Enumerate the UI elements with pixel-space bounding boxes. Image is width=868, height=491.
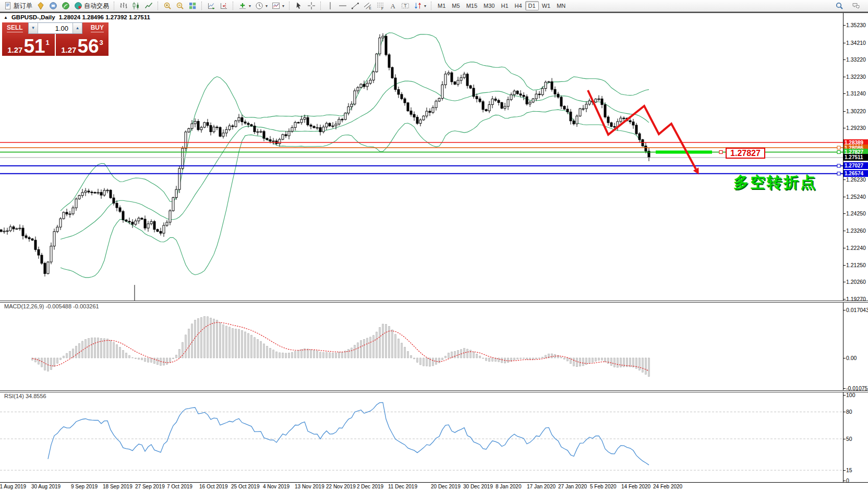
macd-axis-tick <box>843 388 846 389</box>
channel-button[interactable]: E <box>361 1 374 11</box>
toolbar: 新订单自动交易▾▾▾EFAT▾M1M5M15M30H1H4D1W1MN <box>0 0 868 12</box>
fibonacci-button[interactable]: F <box>374 1 387 11</box>
price-level-label: 1.26574 <box>843 170 868 177</box>
timeframe-m15-button[interactable]: M15 <box>463 1 480 10</box>
price-tag-label[interactable]: 1.27827 <box>726 148 765 159</box>
timeframe-h4-button[interactable]: H4 <box>512 1 525 10</box>
date-axis-label: 4 Nov 2019 <box>263 484 290 489</box>
zoom-in-button[interactable] <box>161 1 174 11</box>
zoom-out-button[interactable] <box>174 1 186 11</box>
templates-button[interactable]: ▾ <box>270 1 286 11</box>
new-order-button[interactable]: 新订单 <box>2 1 34 11</box>
arrows-button[interactable]: ▾ <box>412 1 428 11</box>
toolbar-separator <box>233 2 234 10</box>
price-axis-tick-label: 1.29230 <box>846 125 866 131</box>
mt4-window: 新订单自动交易▾▾▾EFAT▾M1M5M15M30H1H4D1W1MN ▲ GB… <box>0 0 868 491</box>
autotrading-button[interactable]: 自动交易 <box>72 1 111 11</box>
price-axis-tick <box>843 231 846 231</box>
rsi-axis-tick-label: 0 <box>846 477 849 484</box>
horizontal-line-button[interactable] <box>336 1 349 11</box>
volume-increase-button[interactable]: ▴ <box>73 23 82 33</box>
timeframe-m30-button[interactable]: M30 <box>480 1 498 10</box>
date-axis-label: 30 Aug 2019 <box>31 484 61 489</box>
toolbar-group: EFAT▾ <box>324 0 428 11</box>
macd-axis-tick-label: 0.00 <box>846 355 857 361</box>
chart-shift-button[interactable] <box>218 1 230 11</box>
timeframe-mn-button[interactable]: MN <box>553 1 569 10</box>
rsi-axis-tick-label: 100 <box>846 392 855 398</box>
terminal-button[interactable] <box>47 1 59 11</box>
auto-scroll-button[interactable] <box>205 1 218 11</box>
price-axis-tick <box>843 77 846 77</box>
price-axis-tick-label: 1.23260 <box>846 227 866 234</box>
timeframe-d1-button[interactable]: D1 <box>525 1 539 10</box>
date-axis-label: 11 Dec 2019 <box>388 484 417 489</box>
caret-down-icon: ▾ <box>266 4 268 8</box>
autotrading-button-label: 自动交易 <box>84 2 109 10</box>
tile-icon <box>188 2 197 10</box>
caret-down-icon: ▾ <box>424 4 426 8</box>
date-axis-label: 2 Dec 2019 <box>357 484 383 489</box>
date-axis-label: 27 Sep 2019 <box>135 484 165 489</box>
price-axis-tick-label: 1.25240 <box>846 194 866 200</box>
svg-text:E: E <box>369 6 372 10</box>
bar-chart-button[interactable] <box>117 1 130 11</box>
date-axis-label: 20 Dec 2019 <box>431 484 461 489</box>
chat-icon <box>852 2 860 10</box>
rsi-axis-tick <box>843 481 846 481</box>
cursor-icon <box>295 2 303 10</box>
date-axis-label: 16 Oct 2019 <box>199 484 227 489</box>
text-label-button[interactable]: T <box>399 1 412 11</box>
macd-axis-tick <box>843 310 846 310</box>
crosshair-icon <box>307 2 316 10</box>
trendline-button[interactable] <box>349 1 361 11</box>
bars-icon <box>119 2 128 10</box>
terminal-icon <box>49 2 57 10</box>
price-axis-tick <box>843 213 846 214</box>
chat-button[interactable] <box>850 1 862 11</box>
date-axis-label: 30 Dec 2019 <box>463 484 493 489</box>
timeframe-m5-button[interactable]: M5 <box>449 1 463 10</box>
timeframe-w1-button[interactable]: W1 <box>539 1 554 10</box>
date-axis-label: 17 Jan 2020 <box>527 484 556 489</box>
macd-axis-tick-label: 0.017043 <box>846 307 868 313</box>
collapse-icon[interactable]: ▲ <box>4 15 8 20</box>
signals-button[interactable] <box>59 1 72 11</box>
line-chart-button[interactable] <box>142 1 155 11</box>
svg-text:F: F <box>381 7 383 10</box>
crosshair-button[interactable] <box>305 1 318 11</box>
date-axis-label: 18 Sep 2019 <box>103 484 132 489</box>
price-level-label: 1.27511 <box>843 154 868 161</box>
toolbar-right <box>833 1 866 11</box>
text-button[interactable]: A <box>387 1 399 11</box>
rsi-axis-tick-label: 50 <box>846 436 852 442</box>
vertical-line-button[interactable] <box>324 1 336 11</box>
search-icon <box>835 2 843 10</box>
timeframe-h1-button[interactable]: H1 <box>498 1 511 10</box>
volume-decrease-button[interactable]: ▾ <box>29 23 38 33</box>
volume-input[interactable] <box>38 23 73 33</box>
toolbar-separator <box>114 2 115 10</box>
tile-windows-button[interactable] <box>186 1 199 11</box>
macd-panel-splitter[interactable] <box>0 301 868 303</box>
timeframe-m1-button[interactable]: M1 <box>435 1 449 10</box>
rsi-panel-splitter[interactable] <box>0 390 868 392</box>
rsi-axis-tick <box>843 470 846 471</box>
buy-price: 1.27 56 3 <box>56 38 108 54</box>
periods-button[interactable]: ▾ <box>253 1 270 11</box>
turning-point-annotation: 多空转折点 <box>733 172 817 193</box>
toolbar-group: 新订单自动交易 <box>2 0 111 11</box>
search-button[interactable] <box>833 1 846 11</box>
toolbar-separator <box>158 2 159 10</box>
metaeditor-button[interactable] <box>34 1 47 11</box>
cursor-button[interactable] <box>293 1 305 11</box>
candlestick-chart-button[interactable] <box>130 1 142 11</box>
date-axis-label: 5 Feb 2020 <box>590 484 617 489</box>
toolbar-group <box>293 0 318 11</box>
date-axis-label: 21 Aug 2019 <box>0 484 26 489</box>
template-icon <box>272 2 280 10</box>
macd-indicator-label: MACD(12,26,9) -0.005488 -0.003261 <box>4 303 99 309</box>
signal-icon <box>62 2 70 10</box>
indicators-button[interactable]: ▾ <box>236 1 253 11</box>
toolbar-group <box>161 0 199 11</box>
